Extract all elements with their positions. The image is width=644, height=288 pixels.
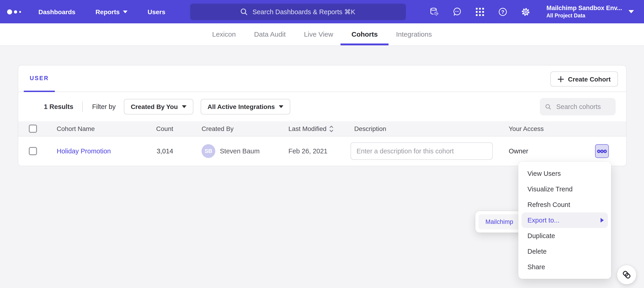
tab-data-audit-label: Data Audit <box>254 30 286 38</box>
cohort-name-link[interactable]: Holiday Promotion <box>57 148 111 155</box>
nav-reports[interactable]: Reports <box>96 8 128 15</box>
data-management-tabbar: Lexicon Data Audit Live View Cohorts Int… <box>0 23 644 46</box>
menu-item-export-to[interactable]: Export to... <box>522 212 608 228</box>
top-navigation-bar: Dashboards Reports Users Search Dashboar… <box>0 0 644 23</box>
global-search-bar[interactable]: Search Dashboards & Reports ⌘K <box>190 4 406 20</box>
tab-lexicon[interactable]: Lexicon <box>212 30 236 45</box>
help-icon[interactable]: ? <box>498 7 508 17</box>
header-cohort-name[interactable]: Cohort Name <box>57 125 144 132</box>
create-cohort-label: Create Cohort <box>568 75 611 83</box>
chevron-down-icon <box>123 10 128 13</box>
mixpanel-logo-icon[interactable] <box>6 8 33 15</box>
integrations-filter-dropdown[interactable]: All Active Integrations <box>201 99 290 114</box>
menu-item-delete[interactable]: Delete <box>518 244 611 259</box>
export-submenu: Mailchimp <box>475 211 523 233</box>
link-icon <box>622 270 632 280</box>
menu-item-duplicate[interactable]: Duplicate <box>518 228 611 244</box>
row-more-actions-button[interactable] <box>595 144 609 158</box>
results-count: 1 Results <box>44 103 73 110</box>
header-created-by[interactable]: Created By <box>202 125 288 132</box>
menu-item-visualize-trend[interactable]: Visualize Trend <box>518 181 611 197</box>
row-checkbox[interactable] <box>29 147 37 155</box>
menu-item-export-to-label: Export to... <box>528 217 560 224</box>
copy-link-fab[interactable] <box>617 265 636 284</box>
global-search-placeholder: Search Dashboards & Reports ⌘K <box>252 8 355 15</box>
project-chevron-down-icon[interactable] <box>628 10 634 13</box>
app-root: Dashboards Reports Users Search Dashboar… <box>0 0 644 288</box>
tab-cohorts[interactable]: Cohorts <box>352 30 378 45</box>
access-level: Owner <box>509 148 528 155</box>
menu-item-share[interactable]: Share <box>518 259 611 275</box>
tab-user-label: USER <box>30 75 49 81</box>
project-scope: All Project Data <box>546 12 622 19</box>
menu-item-refresh-count[interactable]: Refresh Count <box>518 197 611 212</box>
filter-toolbar: 1 Results Filter by Created By You All A… <box>18 92 626 121</box>
project-selector[interactable]: Mailchimp Sandbox Env... All Project Dat… <box>546 5 622 19</box>
table-header: Cohort Name Count Created By Last Modifi… <box>18 121 626 136</box>
tab-user-cohorts[interactable]: USER <box>24 65 55 92</box>
cohort-search-box <box>540 98 616 115</box>
sort-icon[interactable] <box>329 125 334 132</box>
nav-reports-label: Reports <box>96 8 120 15</box>
header-your-access[interactable]: Your Access <box>509 125 595 132</box>
chevron-down-icon <box>182 105 186 108</box>
settings-gear-icon[interactable] <box>521 7 531 17</box>
submenu-arrow-icon <box>600 218 604 223</box>
plus-icon <box>558 76 564 82</box>
search-icon <box>545 103 551 111</box>
project-name: Mailchimp Sandbox Env... <box>546 5 622 12</box>
nav-dashboards[interactable]: Dashboards <box>38 8 76 15</box>
last-modified-date: Feb 26, 2021 <box>288 148 328 155</box>
data-management-icon[interactable] <box>430 7 440 17</box>
integrations-filter-label: All Active Integrations <box>208 103 275 110</box>
header-last-modified-label: Last Modified <box>288 125 326 132</box>
search-icon <box>241 8 248 15</box>
created-by-name: Steven Baum <box>220 148 260 155</box>
tab-data-audit[interactable]: Data Audit <box>254 30 286 45</box>
tab-live-view[interactable]: Live View <box>304 30 333 45</box>
svg-text:?: ? <box>502 9 504 15</box>
create-cohort-button[interactable]: Create Cohort <box>550 71 618 87</box>
cohort-search-input[interactable] <box>555 103 610 111</box>
select-all-checkbox[interactable] <box>29 124 37 133</box>
menu-item-view-users[interactable]: View Users <box>518 166 611 181</box>
cohort-type-tabbar: USER Create Cohort <box>18 65 626 92</box>
cohort-count: 3,014 <box>156 148 173 155</box>
divider <box>82 101 83 112</box>
created-by-filter-label: Created By You <box>131 103 178 110</box>
nav-users-label: Users <box>148 8 166 15</box>
feedback-icon[interactable] <box>452 7 462 17</box>
header-last-modified[interactable]: Last Modified <box>288 125 354 132</box>
filter-by-label: Filter by <box>92 103 116 110</box>
tab-live-view-label: Live View <box>304 30 333 38</box>
cohorts-panel: USER Create Cohort 1 Results Filter by C… <box>18 65 627 166</box>
avatar: SB <box>202 144 215 158</box>
apps-grid-icon[interactable] <box>475 7 485 17</box>
top-nav-links: Dashboards Reports Users <box>38 8 166 15</box>
nav-users[interactable]: Users <box>148 8 166 15</box>
tab-cohorts-label: Cohorts <box>352 30 378 38</box>
header-count[interactable]: Count <box>144 125 173 132</box>
tab-integrations-label: Integrations <box>396 30 432 38</box>
table-row: Holiday Promotion 3,014 SB Steven Baum F… <box>18 136 626 166</box>
chevron-down-icon <box>279 105 284 108</box>
nav-dashboards-label: Dashboards <box>38 8 76 15</box>
cohort-context-menu: View Users Visualize Trend Refresh Count… <box>518 162 611 279</box>
tab-lexicon-label: Lexicon <box>212 30 236 38</box>
top-nav-icon-group: ? <box>430 7 531 17</box>
ellipsis-icon <box>597 149 607 153</box>
header-description[interactable]: Description <box>354 125 509 132</box>
submenu-item-mailchimp[interactable]: Mailchimp <box>478 214 520 229</box>
tab-integrations[interactable]: Integrations <box>396 30 432 45</box>
description-input[interactable] <box>350 142 493 160</box>
created-by-filter-dropdown[interactable]: Created By You <box>124 99 193 114</box>
